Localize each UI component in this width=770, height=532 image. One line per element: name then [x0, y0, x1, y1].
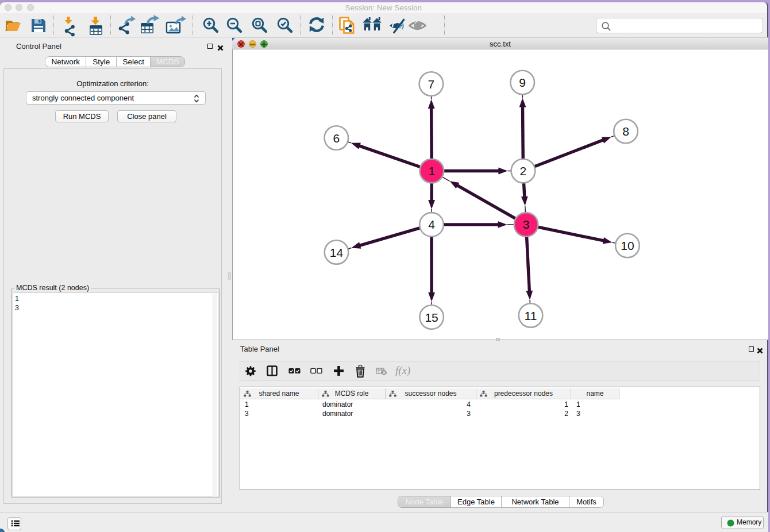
svg-text:10: 10: [621, 239, 634, 252]
svg-text:6: 6: [333, 132, 340, 145]
svg-text:8: 8: [622, 125, 629, 138]
svg-text:4: 4: [428, 218, 435, 231]
svg-text:2: 2: [520, 164, 527, 178]
svg-text:7: 7: [428, 78, 435, 91]
svg-text:9: 9: [519, 76, 526, 89]
svg-text:15: 15: [425, 311, 438, 324]
svg-text:3: 3: [523, 218, 530, 231]
svg-text:14: 14: [330, 246, 344, 259]
svg-text:1: 1: [428, 164, 435, 178]
svg-text:11: 11: [525, 309, 537, 322]
